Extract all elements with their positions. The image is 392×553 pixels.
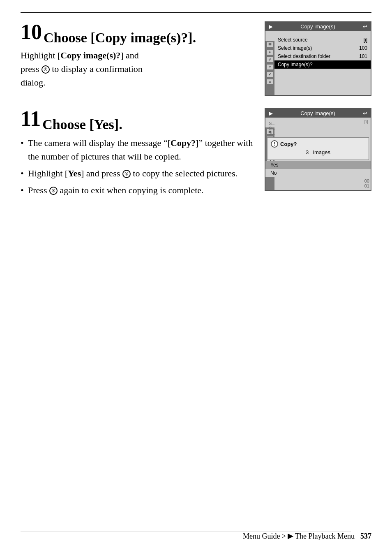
menu-item-no: No [265, 169, 371, 177]
side-value-01: 01 [364, 183, 369, 188]
copy-dialog-count: 3 images [271, 149, 365, 155]
section-11: 11 Choose [Yes]. The camera will display… [21, 108, 371, 200]
menu-header-play-icon: ▶ [269, 23, 273, 30]
footer-playback-menu-text: The Playback Menu [295, 532, 355, 541]
section-10-number: 10 [21, 20, 42, 44]
no-label: No [270, 170, 277, 176]
page-footer: Menu Guide > The Playback Menu 537 [0, 532, 371, 541]
menu2-stub-items: S... S... S... [265, 119, 371, 137]
ok-circle-3: ® [49, 187, 58, 195]
top-border [21, 12, 371, 13]
menu2-header-play-icon: ▶ [269, 110, 273, 116]
section-11-bullets: The camera will display the message “[Co… [21, 136, 256, 197]
ok-circle-2: ® [122, 170, 131, 178]
section-10: 10 Choose [Copy image(s)?]. Highlight [C… [21, 21, 371, 96]
sidebar-icon-1: ☰ [267, 42, 273, 47]
section-11-title: Choose [Yes]. [42, 117, 122, 132]
sidebar-icon-5: ✔ [267, 72, 273, 77]
footer-play-icon [288, 534, 293, 539]
menu2-header-back-icon: ↩ [363, 110, 367, 116]
menu-item-yes: Yes [265, 161, 371, 169]
section-11-heading: 11 Choose [Yes]. [21, 108, 256, 132]
camera-menu-1: ▶ Copy image(s) ↩ ☰ ✦ ✐ Y ✔ ≡ Select sou… [265, 21, 371, 96]
sidebar-icon-3: ✐ [267, 57, 273, 62]
camera-menu-2-header: ▶ Copy image(s) ↩ [265, 109, 371, 118]
camera-menu-1-header: ▶ Copy image(s) ↩ [265, 22, 371, 31]
yes-label: Yes [270, 162, 279, 168]
footer-menu-guide-text: Menu Guide > [243, 532, 286, 541]
menu-item-select-source-label: Select source [278, 37, 308, 43]
sidebar-icon-6: ≡ [267, 79, 273, 84]
menu2-stub-source: S... [269, 121, 367, 126]
menu2-stub-images: S... [269, 126, 367, 131]
page-container: 10 Choose [Copy image(s)?]. Highlight [C… [0, 0, 392, 553]
menu-item-copy-images-label: Copy image(s)? [278, 62, 313, 67]
section-10-title: Choose [Copy image(s)?]. [44, 30, 196, 45]
sidebar-icon-4: Y [267, 65, 273, 69]
footer-page-number: 537 [360, 532, 371, 541]
menu2-stub-dest: S... [269, 131, 367, 136]
sidebar-icon-2: ✦ [267, 50, 273, 55]
menu-item-select-source: Select source [i] [274, 36, 371, 44]
side-value-i: [i] [364, 119, 369, 124]
menu-header-title: Copy image(s) [300, 23, 335, 30]
copy-dialog-title: Copy? [280, 141, 297, 147]
section-10-text: 10 Choose [Copy image(s)?]. Highlight [C… [21, 21, 265, 89]
menu2-side-values: [i] 00 01 [363, 118, 371, 190]
page-footer-container: Menu Guide > The Playback Menu 537 [0, 532, 371, 541]
menu-item-select-dest-label: Select destination folder [278, 53, 330, 59]
side-value-00: 00 [364, 178, 369, 183]
section-11-text: 11 Choose [Yes]. The camera will display… [21, 108, 265, 200]
menu-item-copy-images: Copy image(s)? [274, 60, 371, 69]
copy-dialog-box: ! Copy? 3 images [267, 137, 369, 160]
copy-dialog-header: ! Copy? [271, 140, 365, 148]
camera-menu-1-items: Select source [i] Select image(s) 100 Se… [274, 31, 371, 95]
section-10-body: Highlight [Copy image(s)?] and press ® t… [21, 49, 256, 89]
warning-icon: ! [271, 140, 278, 148]
menu-item-select-images-value: 100 [359, 45, 367, 51]
section-11-number: 11 [21, 107, 41, 130]
section-10-heading: 10 Choose [Copy image(s)?]. [21, 21, 256, 45]
camera-menu-2: ▶ Copy image(s) ↩ ☰ ✦ ✐ Y ✔ ≡ [i] 00 [265, 108, 371, 191]
menu-item-select-source-value: [i] [364, 37, 367, 43]
bullet-1: The camera will display the message “[Co… [21, 136, 256, 163]
bullet-3: Press ® again to exit when copying is co… [21, 183, 256, 197]
menu-header-back-icon: ↩ [363, 23, 367, 30]
menu-item-select-dest-value: 101 [359, 53, 367, 59]
bullet-2: Highlight [Yes] and press ® to copy the … [21, 167, 256, 180]
menu-item-select-dest: Select destination folder 101 [274, 52, 371, 60]
camera-menu-1-sidebar: ☰ ✦ ✐ Y ✔ ≡ [265, 41, 274, 95]
menu-item-select-images: Select image(s) 100 [274, 44, 371, 52]
menu-item-select-images-label: Select image(s) [278, 45, 312, 51]
ok-circle-1: ® [42, 65, 50, 74]
menu2-header-title: Copy image(s) [300, 110, 335, 116]
